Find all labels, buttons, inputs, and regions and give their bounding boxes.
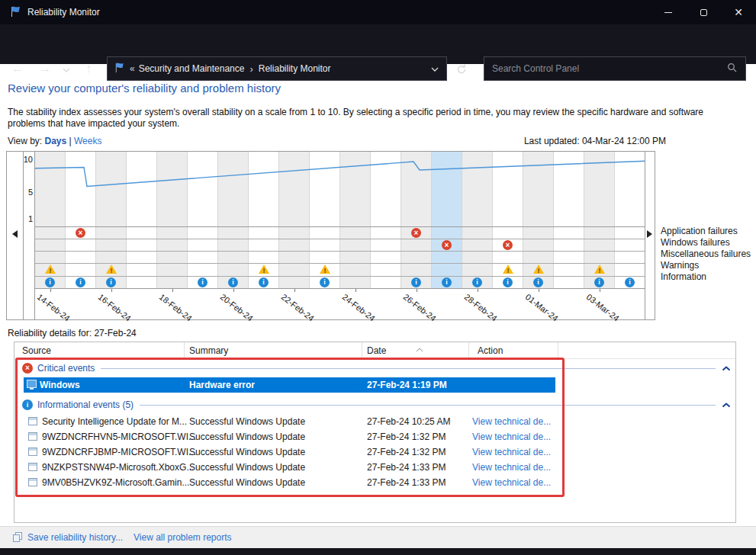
address-bar[interactable]: « Security and Maintenance › Reliability… [107, 56, 447, 81]
information-icon: i [442, 278, 452, 287]
day-column-19-Feb-24[interactable] [188, 152, 218, 289]
day-column-02-Mar-24[interactable] [554, 152, 584, 289]
breadcrumb-overflow-chevrons[interactable]: « [130, 63, 134, 74]
day-column-17-Feb-24[interactable] [127, 152, 157, 289]
collapse-group-icon[interactable] [722, 363, 731, 374]
up-icon: ↑ [85, 62, 92, 75]
information-icon: i [76, 278, 85, 287]
legend-item: Application failures [661, 226, 755, 237]
day-column-28-Feb-24[interactable] [462, 152, 493, 289]
up-button[interactable]: ↑ [78, 58, 99, 79]
day-column-18-Feb-24[interactable] [157, 152, 188, 289]
collapse-group-icon[interactable] [722, 399, 731, 410]
recent-pages-button[interactable] [58, 58, 75, 79]
day-column-24-Feb-24[interactable] [340, 152, 371, 289]
event-source: Windows [40, 380, 80, 390]
page-title: Review your computer's reliability and p… [8, 82, 281, 95]
column-header-date[interactable]: Date [367, 345, 386, 356]
breadcrumb-security-and-maintenance[interactable]: Security and Maintenance [139, 63, 245, 74]
view-technical-details-link[interactable]: View technical de... [472, 477, 551, 488]
event-row[interactable]: 9NZKPSTSNW4P-Microsoft.XboxG... Successf… [14, 460, 735, 475]
event-row[interactable]: Security Intelligence Update for M... Su… [14, 414, 735, 429]
column-header-source[interactable]: Source [22, 345, 51, 356]
day-column-22-Feb-24[interactable] [279, 152, 310, 289]
maximize-icon [700, 9, 707, 16]
event-source: 9WZDNCRFHVN5-MICROSOFT.WI... [42, 431, 196, 442]
search-box [484, 56, 746, 81]
windows-icon [27, 380, 37, 388]
day-column-20-Feb-24[interactable] [218, 152, 249, 289]
event-row[interactable]: 9WZDNCRFJBMP-MICROSOFT.WI... Successful … [14, 444, 735, 460]
breadcrumb-reliability-monitor[interactable]: Reliability Monitor [259, 63, 331, 74]
view-by-row: View by: Days | Weeks [8, 136, 101, 146]
view-by-weeks-link[interactable]: Weeks [74, 136, 101, 146]
back-button[interactable]: ← [7, 58, 28, 79]
legend-item: Windows failures [661, 237, 755, 249]
column-divider [558, 342, 558, 359]
x-axis-tick [600, 289, 600, 292]
column-header-action[interactable]: Action [478, 345, 503, 356]
chart-scroll-right-strip[interactable] [645, 152, 655, 319]
column-header-summary[interactable]: Summary [189, 345, 228, 356]
event-group-row[interactable]: × Critical events [14, 361, 735, 376]
day-column-04-Mar-24[interactable] [615, 152, 645, 289]
day-column-27-Feb-24[interactable] [432, 152, 462, 289]
x-axis-label: 26-Feb-24 [402, 292, 438, 323]
chart-scroll-left-strip[interactable] [7, 152, 24, 319]
address-dropdown-button[interactable] [431, 63, 439, 74]
x-axis-tick [478, 289, 478, 292]
event-summary: Successful Windows Update [189, 477, 305, 488]
event-summary: Successful Windows Update [189, 462, 305, 473]
x-axis-label: 01-Mar-24 [524, 292, 560, 323]
event-source: Security Intelligence Update for M... [42, 416, 187, 427]
maximize-button[interactable] [686, 0, 721, 24]
event-grid-line [35, 251, 645, 252]
event-summary: Successful Windows Update [189, 431, 305, 442]
view-by-days-link[interactable]: Days [44, 136, 66, 146]
information-icon: i [198, 278, 207, 287]
column-divider [468, 342, 469, 359]
event-group-row[interactable]: i Informational events (5) [14, 397, 735, 412]
day-column-26-Feb-24[interactable] [401, 152, 432, 289]
information-icon: i [625, 278, 635, 287]
event-row[interactable]: 9WZDNCRFHVN5-MICROSOFT.WI... Successful … [14, 429, 735, 444]
chart-plot-area: 14-Feb-2416-Feb-2418-Feb-2420-Feb-2422-F… [35, 152, 645, 289]
refresh-icon [455, 63, 468, 75]
sort-ascending-icon[interactable] [415, 344, 424, 354]
event-summary: Hardware error [189, 380, 255, 390]
event-row[interactable]: 9MV0B5HZVK9Z-Microsoft.Gamin... Successf… [14, 475, 735, 490]
y-axis-tick: 5 [28, 188, 33, 197]
x-axis-label: 28-Feb-24 [463, 292, 499, 323]
search-input[interactable] [484, 63, 727, 74]
forward-icon: → [39, 62, 51, 75]
reliability-monitor-window: Reliability Monitor ✕ ← → ↑ « Security a… [0, 0, 756, 555]
breadcrumb-separator-icon: › [249, 63, 253, 75]
event-grid-line [35, 276, 645, 277]
minimize-icon [664, 12, 672, 13]
page-description: The stability index assesses your system… [8, 107, 734, 130]
x-axis-tick [417, 289, 417, 292]
search-icon[interactable] [727, 63, 738, 75]
group-divider-line [101, 368, 716, 369]
event-row-selected[interactable]: Windows Hardware error 27-Feb-24 1:19 PM [14, 377, 735, 393]
minimize-button[interactable] [651, 0, 686, 24]
save-reliability-history-link[interactable]: Save reliability history... [27, 532, 123, 543]
event-grid-line [35, 263, 645, 264]
view-technical-details-link[interactable]: View technical de... [472, 431, 551, 442]
day-column-25-Feb-24[interactable] [371, 152, 401, 289]
view-all-problem-reports-link[interactable]: View all problem reports [134, 532, 232, 543]
information-icon: i [472, 278, 482, 287]
view-technical-details-link[interactable]: View technical de... [472, 447, 551, 457]
event-source: 9NZKPSTSNW4P-Microsoft.XboxG... [42, 462, 194, 473]
event-summary: Successful Windows Update [189, 447, 305, 457]
day-column-15-Feb-24[interactable] [66, 152, 96, 289]
event-date: 27-Feb-24 1:33 PM [367, 462, 446, 473]
details-title: Reliability details for: 27-Feb-24 [8, 328, 137, 338]
refresh-button[interactable] [452, 61, 471, 78]
close-button[interactable]: ✕ [721, 0, 756, 24]
event-date: 27-Feb-24 10:25 AM [367, 416, 450, 427]
view-technical-details-link[interactable]: View technical de... [472, 416, 551, 427]
x-axis-label: 24-Feb-24 [341, 292, 377, 323]
forward-button[interactable]: → [34, 58, 56, 79]
view-technical-details-link[interactable]: View technical de... [472, 462, 551, 473]
